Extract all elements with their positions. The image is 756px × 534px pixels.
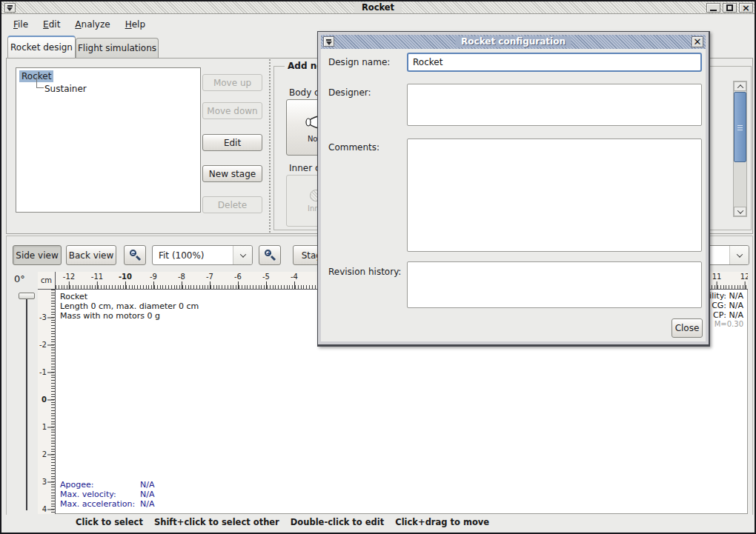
ruler-label: 11 xyxy=(712,273,722,281)
combo-arrow[interactable] xyxy=(233,246,252,264)
thumb-grip xyxy=(737,125,743,131)
zoom-in-icon: + xyxy=(264,249,276,261)
side-view-button[interactable]: Side view xyxy=(13,245,62,265)
scroll-up-button[interactable] xyxy=(734,81,746,91)
ruler-label: -9 xyxy=(150,273,157,281)
hint-click-select: Click to select xyxy=(76,517,143,527)
comments-label: Comments: xyxy=(328,142,379,153)
zoom-level-value: Fit (100%) xyxy=(153,250,233,261)
minimize-button[interactable] xyxy=(706,3,720,13)
rocket-name: Rocket xyxy=(60,292,87,301)
tab-flight-simulations[interactable]: Flight simulations xyxy=(76,38,159,58)
rotation-slider-handle[interactable] xyxy=(19,293,35,299)
ruler-label: -3 xyxy=(39,313,47,321)
ruler-label: -12 xyxy=(63,273,75,281)
menu-help[interactable]: Help xyxy=(119,17,151,32)
stability-margin: M=0.30 xyxy=(714,320,743,328)
zoom-in-button[interactable]: + xyxy=(259,245,281,265)
edit-button[interactable]: Edit xyxy=(202,134,262,151)
vertical-ruler-ticks xyxy=(51,290,55,514)
tree-connector xyxy=(36,77,44,88)
maximize-icon xyxy=(726,4,733,11)
revision-history-textarea[interactable] xyxy=(407,261,702,308)
designer-label: Designer: xyxy=(328,87,371,98)
ruler-label: -1 xyxy=(39,368,47,376)
ruler-label: -11 xyxy=(91,273,103,281)
combo-arrow[interactable] xyxy=(729,246,749,264)
minimize-icon xyxy=(710,10,717,11)
zoom-level-combo[interactable]: Fit (100%) xyxy=(152,245,253,265)
ruler-label: 0 xyxy=(42,396,47,404)
comments-textarea[interactable] xyxy=(407,138,702,252)
menu-icon-triangle xyxy=(7,7,13,11)
move-up-button[interactable]: Move up xyxy=(202,74,262,91)
hint-double-click: Double-click to edit xyxy=(291,517,384,527)
window-title: Rocket xyxy=(354,2,402,13)
close-button[interactable]: × xyxy=(739,3,753,13)
chevron-down-icon xyxy=(239,251,245,257)
ruler-label: 3 xyxy=(42,478,47,486)
dialog-close-action-button[interactable]: Close xyxy=(672,318,703,338)
ruler-unit: cm xyxy=(38,272,56,290)
ruler-label: 12 xyxy=(740,273,748,281)
rotation-slider-track[interactable] xyxy=(26,299,27,510)
apogee-value: N/A xyxy=(140,480,154,490)
tab-flight-simulations-label: Flight simulations xyxy=(78,43,156,53)
hint-click-drag: Click+drag to move xyxy=(395,517,489,527)
menu-analyze[interactable]: Analyze xyxy=(69,17,116,32)
close-icon: × xyxy=(742,4,750,12)
maximize-button[interactable] xyxy=(723,3,737,13)
ruler-label: 1 xyxy=(42,423,47,431)
panel-splitter[interactable] xyxy=(266,59,273,233)
max-velocity-label: Max. velocity: xyxy=(60,490,116,499)
dialog-titlebar[interactable]: Rocket configuration ✕ xyxy=(321,35,706,49)
max-velocity-value: N/A xyxy=(140,490,154,499)
rocket-configuration-dialog: Rocket configuration ✕ Design name: Desi… xyxy=(317,31,710,347)
tab-rocket-design[interactable]: Rocket design xyxy=(7,36,76,58)
ruler-label: -4 xyxy=(291,273,298,281)
zoom-out-button[interactable]: − xyxy=(124,245,146,265)
design-name-input[interactable] xyxy=(407,53,702,72)
scrollbar-thumb[interactable] xyxy=(734,92,746,162)
new-stage-button[interactable]: New stage xyxy=(202,165,262,182)
window-controls: × xyxy=(706,3,753,13)
tab-rocket-design-label: Rocket design xyxy=(10,42,73,53)
apogee-label: Apogee: xyxy=(60,480,93,490)
dialog-title: Rocket configuration xyxy=(455,36,571,47)
max-acceleration-label: Max. acceleration: xyxy=(60,499,135,509)
chevron-down-icon xyxy=(736,251,742,257)
ruler-label: -6 xyxy=(234,273,242,281)
ruler-label: 4 xyxy=(42,505,47,513)
rocket-mass: Mass with no motors 0 g xyxy=(60,311,160,321)
menu-file[interactable]: File xyxy=(7,17,34,32)
rocket-length: Length 0 cm, max. diameter 0 cm xyxy=(60,301,199,311)
window-titlebar[interactable]: Rocket × xyxy=(1,1,755,14)
close-icon: ✕ xyxy=(694,36,702,47)
configuration-combo[interactable] xyxy=(708,245,749,265)
back-view-button[interactable]: Back view xyxy=(66,245,116,265)
delete-button[interactable]: Delete xyxy=(202,196,262,213)
zoom-out-icon: − xyxy=(129,249,142,261)
chevron-up-icon xyxy=(737,84,743,90)
max-acceleration-value: N/A xyxy=(140,499,154,509)
ruler-label: 2 xyxy=(42,450,47,458)
vertical-ruler: -3-2-101234 xyxy=(38,290,56,514)
move-down-button[interactable]: Move down xyxy=(202,102,262,119)
dialog-menu-icon[interactable] xyxy=(323,36,334,47)
window-menu-icon[interactable] xyxy=(4,3,16,13)
tree-item-sustainer[interactable]: Sustainer xyxy=(44,83,87,95)
cg-value: CG: N/A xyxy=(712,301,743,310)
designer-textarea[interactable] xyxy=(407,84,702,126)
component-scrollbar[interactable] xyxy=(733,81,747,217)
rotation-label: 0° xyxy=(14,273,25,284)
component-tree[interactable]: Rocket Sustainer xyxy=(16,67,201,213)
hint-shift-click: Shift+click to select other xyxy=(154,517,279,527)
menu-icon-bar xyxy=(7,5,13,7)
status-hints: Click to select Shift+click to select ot… xyxy=(76,517,489,527)
ruler-label: -2 xyxy=(39,341,47,349)
menu-edit[interactable]: Edit xyxy=(37,17,66,32)
cp-value: CP: N/A xyxy=(713,310,743,320)
dialog-close-button[interactable]: ✕ xyxy=(692,36,703,47)
ruler-label: -8 xyxy=(178,273,185,281)
scroll-down-button[interactable] xyxy=(734,207,746,216)
